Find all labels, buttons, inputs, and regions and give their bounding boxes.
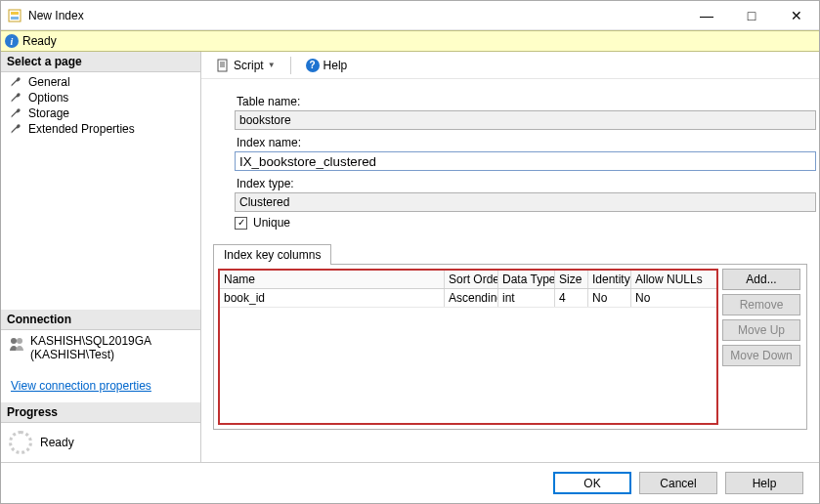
toolbar: Script ▼ ? Help [201, 52, 819, 79]
ok-button[interactable]: OK [553, 472, 631, 494]
grid-empty-area [220, 308, 716, 423]
svg-rect-1 [11, 12, 19, 15]
window-root: New Index — □ ✕ i Ready Select a page Ge… [0, 0, 820, 504]
connection-header: Connection [1, 310, 200, 330]
sidebar-item-label: Extended Properties [28, 122, 135, 136]
tab-index-key-columns[interactable]: Index key columns [213, 244, 331, 265]
cell-allow-nulls: No [631, 289, 716, 307]
progress-text: Ready [40, 436, 74, 449]
info-icon: i [5, 34, 19, 48]
col-header-allow-nulls[interactable]: Allow NULLs [631, 271, 716, 288]
index-name-label: Index name: [235, 134, 799, 151]
progress-header: Progress [1, 402, 200, 423]
connection-user: (KASHISH\Test) [30, 348, 151, 361]
sidebar-item-general[interactable]: General [1, 74, 200, 90]
select-page-header: Select a page [1, 52, 200, 72]
window-title: New Index [28, 9, 684, 22]
cell-identity: No [588, 289, 631, 307]
help-footer-button[interactable]: Help [725, 472, 803, 494]
index-type-field: Clustered [235, 192, 816, 212]
help-icon: ? [306, 59, 320, 72]
unique-checkbox-row[interactable]: ✓ Unique [235, 212, 799, 230]
maximize-button[interactable]: □ [729, 1, 774, 29]
view-connection-properties-link[interactable]: View connection properties [11, 379, 191, 393]
unique-label: Unique [253, 216, 290, 230]
grid-header-row: Name Sort Order Data Type Size Identity … [220, 271, 716, 289]
sidebar: Select a page General Options Storage Ex… [1, 52, 201, 462]
script-label: Script [234, 59, 264, 72]
col-header-name[interactable]: Name [220, 271, 445, 288]
tabstrip: Index key columns [213, 243, 819, 264]
table-name-field: bookstore [235, 110, 816, 130]
close-button[interactable]: ✕ [774, 1, 819, 29]
progress-spinner-icon [9, 431, 32, 454]
svg-point-3 [11, 338, 17, 344]
help-label: Help [324, 59, 348, 72]
cell-size: 4 [555, 289, 588, 307]
grid-row[interactable]: book_id Ascending int 4 No No [220, 289, 716, 308]
col-header-datatype[interactable]: Data Type [498, 271, 555, 288]
cancel-button[interactable]: Cancel [639, 472, 717, 494]
index-name-field[interactable] [235, 151, 816, 171]
sidebar-item-extended-properties[interactable]: Extended Properties [1, 121, 200, 137]
table-name-label: Table name: [235, 93, 799, 110]
sidebar-item-label: Options [28, 91, 68, 105]
form-area: Table name: bookstore Index name: Index … [201, 79, 819, 233]
status-bar: i Ready [1, 30, 819, 52]
wrench-icon [9, 91, 22, 105]
sidebar-item-storage[interactable]: Storage [1, 105, 200, 121]
move-up-button[interactable]: Move Up [722, 319, 800, 341]
chevron-down-icon: ▼ [268, 61, 276, 69]
titlebar: New Index — □ ✕ [1, 1, 819, 30]
window-controls: — □ ✕ [684, 1, 819, 29]
wrench-icon [9, 106, 22, 120]
status-text: Ready [22, 34, 57, 48]
add-column-button[interactable]: Add... [722, 269, 800, 290]
svg-point-4 [17, 338, 22, 344]
svg-rect-0 [9, 10, 21, 21]
toolbar-separator [290, 57, 291, 74]
wrench-icon [9, 75, 22, 89]
svg-rect-5 [218, 60, 227, 71]
help-button[interactable]: ? Help [299, 56, 355, 75]
svg-rect-2 [11, 17, 19, 20]
col-header-sort[interactable]: Sort Order [445, 271, 498, 288]
sidebar-item-options[interactable]: Options [1, 90, 200, 105]
body: Select a page General Options Storage Ex… [1, 52, 819, 462]
move-down-button[interactable]: Move Down [722, 345, 800, 366]
sidebar-item-label: General [28, 75, 70, 89]
col-header-identity[interactable]: Identity [588, 271, 631, 288]
cell-sort[interactable]: Ascending [445, 289, 498, 307]
columns-grid[interactable]: Name Sort Order Data Type Size Identity … [218, 269, 718, 425]
unique-checkbox[interactable]: ✓ [235, 217, 247, 230]
server-user-icon [9, 336, 24, 352]
connection-server: KASHISH\SQL2019GA [30, 334, 151, 348]
content: Script ▼ ? Help Table name: bookstore In… [201, 52, 819, 462]
progress-panel: Progress Ready [1, 402, 200, 462]
sidebar-item-label: Storage [28, 106, 69, 120]
script-icon [216, 59, 230, 72]
cell-name[interactable]: book_id [220, 289, 445, 307]
connection-panel: Connection KASHISH\SQL2019GA (KASHISH\Te… [1, 310, 200, 402]
page-list: General Options Storage Extended Propert… [1, 72, 200, 139]
minimize-button[interactable]: — [684, 1, 729, 29]
cell-datatype: int [498, 289, 555, 307]
wrench-icon [9, 122, 22, 136]
script-button[interactable]: Script ▼ [209, 56, 282, 75]
grid-button-stack: Add... Remove Move Up Move Down [722, 265, 806, 429]
tab-body: Name Sort Order Data Type Size Identity … [213, 264, 807, 430]
app-icon [7, 8, 22, 23]
col-header-size[interactable]: Size [555, 271, 588, 288]
remove-column-button[interactable]: Remove [722, 294, 800, 315]
index-type-label: Index type: [235, 175, 799, 192]
footer: OK Cancel Help [1, 462, 819, 503]
